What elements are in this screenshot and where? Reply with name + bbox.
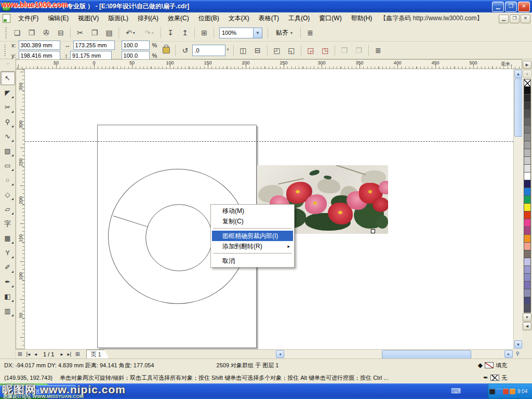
rotation-angle-field[interactable] — [192, 45, 225, 56]
menu-item-powerclip-inside[interactable]: 图框精确剪裁内部(I) ▸ — [212, 231, 293, 241]
cut-icon[interactable]: ✂ — [73, 26, 87, 39]
menu-edit[interactable]: 编辑(E) — [43, 12, 73, 24]
horizontal-ruler[interactable]: 50050100150200250300350400450500 毫米 — [16, 59, 522, 69]
to-front-icon[interactable]: ❒ — [338, 44, 351, 57]
color-swatch[interactable] — [524, 204, 531, 211]
remove-segment-icon[interactable]: ◲ — [304, 44, 317, 57]
alignment-options-icon[interactable]: ≣ — [303, 26, 317, 39]
color-swatch[interactable] — [524, 227, 531, 235]
to-back-icon[interactable]: ❐ — [352, 44, 366, 57]
next-page-icon[interactable]: ▸ — [58, 351, 65, 357]
color-swatch[interactable] — [524, 149, 531, 157]
eyedropper-tool[interactable]: ✐ — [1, 260, 15, 274]
color-swatch[interactable] — [524, 95, 531, 102]
text-tool[interactable]: 字 — [1, 217, 15, 231]
navigator-icon[interactable]: ⚲ — [513, 349, 522, 358]
color-swatch[interactable] — [524, 258, 531, 266]
palette-expand-icon[interactable]: ◀ — [523, 322, 531, 330]
menu-table[interactable]: 表格(T) — [254, 12, 284, 24]
horizontal-scrollbar[interactable]: ◂ ▸ — [275, 349, 513, 358]
selection-handle[interactable] — [371, 229, 375, 233]
menu-window[interactable]: 窗口(W) — [314, 12, 346, 24]
import-icon[interactable]: ↧ — [164, 26, 177, 39]
page-tab[interactable]: 页 1 — [86, 350, 109, 358]
horizontal-scroll-thumb[interactable] — [382, 350, 471, 359]
zoom-tool[interactable]: ⚲ — [1, 115, 15, 129]
color-swatch[interactable] — [524, 134, 531, 141]
fill-tool[interactable]: ◧ — [1, 289, 15, 303]
color-swatch[interactable] — [524, 274, 531, 282]
palette-scroll-down-icon[interactable]: ▼ — [523, 313, 531, 322]
no-color-swatch[interactable] — [524, 79, 531, 87]
crop-tool[interactable]: ✂ — [1, 100, 15, 114]
undo-icon[interactable]: ↶ — [122, 26, 139, 39]
menu-help[interactable]: 帮助(H) — [347, 12, 377, 24]
color-swatch[interactable] — [524, 211, 531, 219]
pick-tool[interactable]: ↖ — [1, 71, 15, 85]
color-swatch[interactable] — [524, 196, 531, 204]
lock-ratio-icon[interactable] — [163, 47, 170, 54]
menu-item-copy[interactable]: 复制(C) ▸ — [212, 216, 293, 227]
color-swatch[interactable] — [524, 188, 531, 196]
color-swatch[interactable] — [524, 180, 531, 188]
save-icon[interactable]: ✇ — [39, 26, 53, 39]
interactive-fill-tool[interactable]: ▥ — [1, 304, 15, 318]
drawing-canvas[interactable]: 移动(M) ▸ 复制(C) ▸ ▸ 图框精确剪裁内部(I) ▸ 添加到翻转(R)… — [25, 69, 513, 349]
toolbar-grip[interactable] — [5, 27, 7, 38]
chevron-down-icon[interactable]: ▼ — [253, 28, 262, 38]
table-tool[interactable]: ▦ — [1, 231, 15, 245]
color-swatch[interactable] — [524, 141, 531, 149]
doc-restore-button[interactable]: ❐ — [510, 15, 520, 23]
zoom-level-combo[interactable]: 100% ▼ — [219, 28, 262, 38]
y-position-field[interactable] — [19, 51, 60, 60]
minimize-button[interactable]: ▁ — [492, 2, 504, 12]
color-swatch[interactable] — [524, 165, 531, 172]
basic-shapes-tool[interactable]: ▱ — [1, 202, 15, 216]
scroll-right-icon[interactable]: ▸ — [504, 350, 513, 358]
object-width-field[interactable] — [73, 41, 115, 50]
toolbar-grip[interactable] — [4, 45, 6, 56]
network-tray-icon[interactable] — [496, 389, 502, 394]
restore-button[interactable]: ❐ — [505, 2, 517, 12]
ellipse-tool[interactable]: ○ — [1, 173, 15, 187]
palette-scroll-up-icon[interactable]: ▲ — [523, 70, 531, 78]
color-swatch[interactable] — [524, 282, 531, 289]
first-page-icon[interactable]: |◂ — [24, 351, 32, 357]
scroll-down-icon[interactable]: ▼ — [514, 340, 522, 349]
snap-to-dropdown[interactable]: 贴齐 ▾ — [272, 27, 296, 39]
color-swatch[interactable] — [524, 219, 531, 227]
print-icon[interactable]: ⊟ — [54, 26, 68, 39]
menu-view[interactable]: 视图(V) — [73, 12, 103, 24]
smart-fill-tool[interactable]: ▧ — [1, 144, 15, 158]
mirror-vertical-icon[interactable]: ⊟ — [251, 44, 264, 57]
rectangle-tool[interactable]: ▭ — [1, 158, 15, 172]
app-launcher-icon[interactable]: ⊞ — [197, 26, 211, 39]
last-page-icon[interactable]: ▸| — [65, 351, 73, 357]
horizontal-guideline[interactable] — [25, 141, 513, 142]
add-page-icon[interactable]: ⊞ — [16, 351, 24, 357]
menu-bitmaps[interactable]: 位图(B) — [194, 12, 224, 24]
color-swatch[interactable] — [524, 243, 531, 250]
color-swatch[interactable] — [524, 289, 531, 297]
export-icon[interactable]: ↥ — [178, 26, 192, 39]
doc-close-button[interactable]: ✕ — [521, 15, 530, 23]
break-apart-icon[interactable]: ◱ — [285, 44, 298, 57]
color-swatch[interactable] — [524, 87, 531, 95]
vertical-scrollbar[interactable]: ▲ ▼ — [513, 69, 522, 349]
color-swatch[interactable] — [524, 102, 531, 110]
polygon-tool[interactable]: ◇ — [1, 188, 15, 202]
menu-item-add-to-rollover[interactable]: 添加到翻转(R) ▸ — [212, 241, 293, 251]
copy-icon[interactable]: ❒ — [88, 26, 101, 39]
paste-icon[interactable]: ▤ — [102, 26, 116, 39]
color-swatch[interactable] — [524, 235, 531, 243]
menu-text[interactable]: 文本(X) — [224, 12, 254, 24]
mirror-horizontal-icon[interactable]: ◫ — [236, 44, 250, 57]
object-height-field[interactable] — [70, 51, 112, 60]
keyboard-language-icon[interactable]: ⌨ — [451, 387, 461, 395]
ruler-origin[interactable]: ⁘ — [0, 59, 16, 69]
add-page-icon[interactable]: ⊞ — [73, 351, 82, 357]
previous-page-icon[interactable]: ◂ — [32, 351, 39, 357]
menu-arrange[interactable]: 排列(A) — [133, 12, 163, 24]
open-icon[interactable]: ❐ — [25, 26, 38, 39]
wrap-text-icon[interactable]: ≣ — [371, 44, 385, 57]
